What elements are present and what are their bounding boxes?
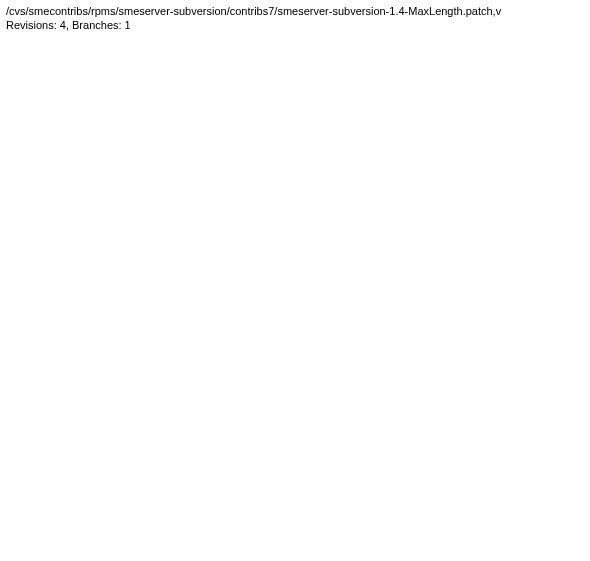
header: /cvs/smecontribs/rpms/smeserver-subversi… — [0, 0, 590, 35]
file-path: /cvs/smecontribs/rpms/smeserver-subversi… — [6, 4, 584, 18]
revisions-summary: Revisions: 4, Branches: 1 — [6, 18, 584, 32]
